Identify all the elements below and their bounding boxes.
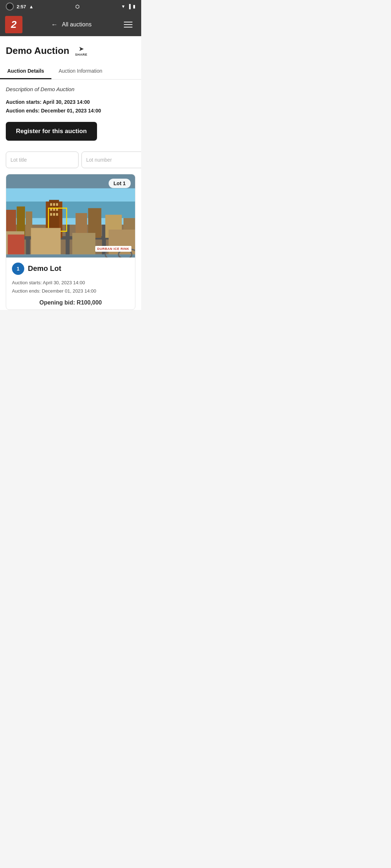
status-center: ⬡ bbox=[75, 4, 79, 9]
menu-line-1 bbox=[124, 22, 133, 22]
lot-title-input[interactable] bbox=[6, 152, 79, 168]
tab-auction-information[interactable]: Auction Information bbox=[51, 64, 110, 79]
tab-auction-details[interactable]: Auction Details bbox=[0, 64, 51, 79]
app-header: 2 ← All auctions bbox=[0, 13, 141, 36]
auction-title-area: Demo Auction ➤ SHARE bbox=[0, 36, 141, 58]
menu-line-2 bbox=[124, 24, 133, 25]
share-icon: ➤ bbox=[79, 45, 84, 53]
svg-rect-30 bbox=[8, 234, 25, 254]
svg-rect-19 bbox=[53, 213, 55, 216]
lot-start-date: Auction starts: April 30, 2023 14:00 bbox=[12, 278, 129, 287]
register-button[interactable]: Register for this auction bbox=[6, 122, 97, 141]
svg-rect-14 bbox=[56, 203, 58, 205]
svg-rect-27 bbox=[31, 228, 60, 254]
auction-tabs: Auction Details Auction Information bbox=[0, 64, 141, 80]
svg-rect-13 bbox=[53, 203, 55, 205]
auction-end-date: Auction ends: December 01, 2023 14:00 bbox=[6, 107, 135, 115]
lot-number-badge: 1 bbox=[12, 263, 24, 275]
auction-description: Description of Demo Auction bbox=[6, 86, 135, 92]
signal-bars-icon: ▐ bbox=[127, 4, 131, 9]
auction-info-section: Description of Demo Auction Auction star… bbox=[0, 80, 141, 152]
lot-card[interactable]: Lot 1 DURBAN ICE RINK 1 Demo Lot Auction… bbox=[6, 174, 135, 310]
svg-rect-28 bbox=[72, 233, 96, 254]
share-label: SHARE bbox=[75, 53, 87, 56]
wifi-icon: ▼ bbox=[121, 4, 126, 9]
search-row: Search bbox=[0, 152, 141, 174]
share-button[interactable]: ➤ SHARE bbox=[73, 43, 89, 58]
auction-dates: Auction starts: April 30, 2023 14:00 Auc… bbox=[6, 98, 135, 115]
svg-rect-20 bbox=[56, 213, 58, 216]
auction-start-date: Auction starts: April 30, 2023 14:00 bbox=[6, 98, 135, 107]
menu-line-3 bbox=[124, 27, 133, 27]
svg-rect-12 bbox=[50, 203, 52, 205]
status-time: 2:57 bbox=[17, 4, 26, 9]
status-right: ▼ ▐ ▮ bbox=[121, 4, 135, 9]
lot-card-body: 1 Demo Lot Auction starts: April 30, 202… bbox=[6, 258, 135, 310]
svg-rect-18 bbox=[50, 213, 52, 216]
lot-number-input[interactable] bbox=[81, 152, 141, 168]
back-nav[interactable]: ← All auctions bbox=[51, 21, 92, 29]
lot-image-label: DURBAN ICE RINK bbox=[95, 246, 132, 252]
status-dot bbox=[6, 3, 14, 10]
nav-label: All auctions bbox=[62, 21, 92, 28]
lot-title: Demo Lot bbox=[28, 264, 61, 273]
lot-image: Lot 1 DURBAN ICE RINK bbox=[6, 174, 135, 258]
back-arrow-icon: ← bbox=[51, 21, 58, 29]
lot-end-date: Auction ends: December 01, 2023 14:00 bbox=[12, 287, 129, 295]
lot-title-row: 1 Demo Lot bbox=[12, 263, 129, 275]
lot-opening-bid: Opening bid: R100,000 bbox=[12, 297, 129, 306]
lot-dates: Auction starts: April 30, 2023 14:00 Auc… bbox=[12, 278, 129, 295]
status-bar: 2:57 ▲ ⬡ ▼ ▐ ▮ bbox=[0, 0, 141, 13]
app-logo[interactable]: 2 bbox=[5, 16, 22, 33]
status-left: 2:57 ▲ bbox=[6, 3, 34, 10]
lot-badge: Lot 1 bbox=[109, 179, 131, 188]
battery-icon: ▮ bbox=[133, 4, 135, 9]
page-content: Demo Auction ➤ SHARE Auction Details Auc… bbox=[0, 36, 141, 310]
signal-icon: ▲ bbox=[29, 4, 34, 9]
auction-title: Demo Auction bbox=[6, 45, 69, 56]
hamburger-menu-button[interactable] bbox=[120, 17, 136, 33]
